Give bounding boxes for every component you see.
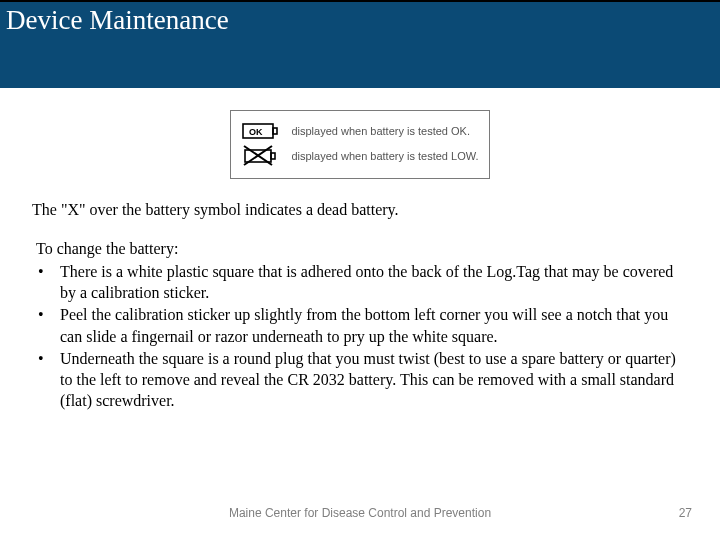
svg-rect-4 [271, 153, 275, 159]
slide-header: Device Maintenance [0, 0, 720, 88]
footer-org: Maine Center for Disease Control and Pre… [229, 506, 491, 520]
bullet-dot: • [38, 348, 60, 369]
svg-text:OK: OK [249, 127, 263, 137]
step-text: Peel the calibration sticker up slightly… [60, 304, 688, 346]
diagram-text-ok: displayed when battery is tested OK. [291, 125, 470, 137]
list-item: • There is a white plastic square that i… [38, 261, 688, 303]
slide-title: Device Maintenance [6, 5, 714, 36]
diagram-text-low: displayed when battery is tested LOW. [291, 150, 478, 162]
slide-content: The "X" over the battery symbol indicate… [0, 199, 720, 411]
page-number: 27 [679, 506, 692, 520]
bullet-dot: • [38, 261, 60, 282]
diagram-row-ok: OK displayed when battery is tested OK. [241, 120, 478, 142]
slide-footer: Maine Center for Disease Control and Pre… [0, 506, 720, 520]
list-item: • Underneath the square is a round plug … [38, 348, 688, 411]
change-battery-title: To change the battery: [32, 238, 688, 259]
battery-low-icon [241, 145, 281, 167]
lead-paragraph: The "X" over the battery symbol indicate… [32, 199, 688, 220]
steps-list: • There is a white plastic square that i… [32, 261, 688, 411]
diagram-row-low: displayed when battery is tested LOW. [241, 145, 478, 167]
svg-rect-1 [273, 128, 277, 134]
slide: Device Maintenance OK displayed when bat… [0, 0, 720, 540]
step-text: There is a white plastic square that is … [60, 261, 688, 303]
battery-ok-icon: OK [241, 120, 281, 142]
bullet-dot: • [38, 304, 60, 325]
battery-status-diagram: OK displayed when battery is tested OK. … [230, 110, 489, 179]
step-text: Underneath the square is a round plug th… [60, 348, 688, 411]
diagram-wrap: OK displayed when battery is tested OK. … [0, 110, 720, 179]
list-item: • Peel the calibration sticker up slight… [38, 304, 688, 346]
